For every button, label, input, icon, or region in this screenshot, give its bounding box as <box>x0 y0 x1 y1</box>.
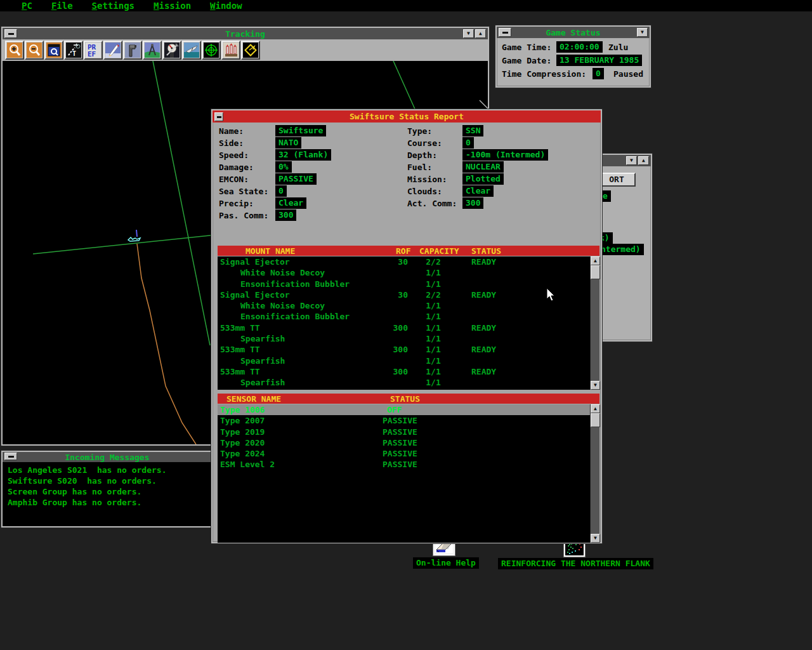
field-emcon-value: PASSIVE <box>275 173 317 185</box>
field-name-label: Name: <box>219 126 244 136</box>
sensor-list[interactable]: Type 1006OFF Type 2007PASSIVE Type 2019P… <box>218 404 599 543</box>
zoom-window-icon[interactable] <box>44 41 63 60</box>
messages-titlebar: Incoming Messages <box>3 452 212 462</box>
background-window-report-button[interactable]: ORT <box>598 173 636 187</box>
map-course-line-right <box>393 61 416 110</box>
mount-row[interactable]: Ensonification Bubbler1/1 <box>218 279 599 289</box>
map-course-line-vertical <box>153 61 210 345</box>
background-window-text-fragment-3: ntermed) <box>598 244 644 255</box>
mount-row[interactable]: Signal Ejector302/2READY <box>218 289 599 300</box>
zoom-in-icon[interactable] <box>5 41 24 60</box>
status-report-dialog: Swiftsure Status Report Name: Swiftsure … <box>211 109 602 543</box>
mount-row[interactable]: 533mm TT3001/1READY <box>218 366 599 377</box>
sensor-scrollbar[interactable]: ▲ ▼ <box>590 404 599 543</box>
message-line: Amphib Group has no orders. <box>3 497 212 508</box>
mount-row[interactable]: Ensonification Bubbler1/1 <box>218 311 599 322</box>
background-window-restore-down-button[interactable]: ▼ <box>626 156 637 165</box>
svg-text:EF: EF <box>88 50 96 58</box>
mount-row[interactable]: Spearfish1/1 <box>218 355 599 366</box>
messages-minimize-button[interactable] <box>4 453 17 460</box>
sensor-row-selected[interactable]: Type 1006OFF <box>218 404 599 415</box>
mount-scroll-up-icon[interactable]: ▲ <box>591 256 600 265</box>
mount-scroll-thumb[interactable] <box>591 265 600 279</box>
preferences-icon[interactable]: PREF <box>84 41 103 60</box>
svg-text:T: T <box>72 50 76 57</box>
menu-bar: PC File Settings Mission Window <box>0 0 812 11</box>
map-track-line <box>137 244 196 444</box>
field-seastate-value: 0 <box>275 185 287 197</box>
mount-status-header: STATUS <box>471 246 501 256</box>
sensor-row[interactable]: Type 2024PASSIVE <box>218 448 599 459</box>
menu-pc[interactable]: PC <box>22 1 32 11</box>
field-speed-value: 32 (Flank) <box>275 149 331 161</box>
online-help-label[interactable]: On-line Help <box>413 557 479 569</box>
field-seastate-label: Sea State: <box>219 187 268 196</box>
field-side-label: Side: <box>219 138 244 148</box>
zoom-out-icon[interactable] <box>25 41 44 60</box>
mount-scroll-down-icon[interactable]: ▼ <box>591 381 600 390</box>
mount-scrollbar[interactable]: ▲ ▼ <box>590 256 599 390</box>
range-marker-icon[interactable] <box>241 41 260 60</box>
menu-window[interactable]: Window <box>210 1 242 11</box>
scenario-label[interactable]: REINFORCING THE NORTHERN FLANK <box>498 558 653 569</box>
mouse-cursor <box>546 288 556 303</box>
sensor-row[interactable]: Type 2020PASSIVE <box>218 437 599 448</box>
message-line: Los Angeles S021 has no orders. <box>3 465 212 475</box>
field-emcon-label: EMCON: <box>219 175 249 184</box>
mount-row[interactable]: 533mm TT3001/1READY <box>218 322 599 333</box>
game-time-zone: Zulu <box>608 43 628 52</box>
mount-table-header: MOUNT NAME ROF CAPACITY STATUS <box>218 246 599 256</box>
mount-row[interactable]: Spearfish1/1 <box>218 333 599 344</box>
mount-row[interactable]: White Noise Decoy1/1 <box>218 300 599 311</box>
map-course-line-horizontal <box>33 235 216 254</box>
menu-mission[interactable]: Mission <box>154 1 191 11</box>
missile-launcher-icon[interactable] <box>221 41 240 60</box>
weapon-gauge-icon[interactable] <box>162 41 181 60</box>
field-type-value: SSN <box>462 125 483 136</box>
game-status-restore-button[interactable]: ▼ <box>637 28 648 37</box>
sensor-scroll-up-icon[interactable]: ▲ <box>591 404 600 413</box>
submarine-unit-icon[interactable] <box>128 230 140 241</box>
periscope-icon[interactable] <box>123 41 142 60</box>
background-window-maximize-button[interactable]: ▲ <box>638 156 649 165</box>
aircraft-icon[interactable] <box>182 41 201 60</box>
tracking-title: Tracking <box>225 29 265 39</box>
message-line: Screen Group has no orders. <box>3 486 212 497</box>
menu-file[interactable]: File <box>51 1 73 11</box>
menu-settings[interactable]: Settings <box>92 1 134 11</box>
sonar-rings-icon[interactable] <box>202 41 221 60</box>
game-date-label: Game Date: <box>502 56 551 65</box>
tracking-restore-down-button[interactable]: ▼ <box>463 29 474 38</box>
track-plan-icon[interactable]: T <box>64 41 83 60</box>
messages-body[interactable]: Los Angeles S021 has no orders. Swiftsur… <box>3 462 212 526</box>
sensor-row[interactable]: Type 2007PASSIVE <box>218 415 599 426</box>
tracking-minimize-button[interactable] <box>4 29 17 38</box>
mount-row[interactable]: Spearfish1/1 <box>218 377 599 388</box>
missile-launch-icon[interactable] <box>103 41 122 60</box>
field-course-value: 0 <box>462 137 474 149</box>
report-minimize-button[interactable] <box>214 112 223 121</box>
sensor-scroll-down-icon[interactable]: ▼ <box>591 534 600 543</box>
mount-list[interactable]: Signal Ejector302/2READY White Noise Dec… <box>218 256 599 390</box>
tracking-titlebar: Tracking ▼ ▲ <box>3 28 488 39</box>
sensor-row[interactable]: Type 2019PASSIVE <box>218 427 599 437</box>
message-line: Swiftsure S020 has no orders. <box>3 475 212 486</box>
sensor-scroll-thumb[interactable] <box>591 413 600 427</box>
tracking-maximize-button[interactable]: ▲ <box>475 29 486 38</box>
paused-indicator: Paused <box>613 69 643 79</box>
mount-capacity-header: CAPACITY <box>419 246 459 256</box>
mount-row[interactable]: Signal Ejector302/2READY <box>218 256 599 267</box>
mount-row[interactable]: White Noise Decoy1/1 <box>218 267 599 278</box>
field-damage-label: Damage: <box>219 162 254 172</box>
field-clouds-label: Clouds: <box>407 187 442 196</box>
mount-name-header: MOUNT NAME <box>246 246 295 256</box>
messages-title: Incoming Messages <box>65 453 149 462</box>
sensor-row[interactable]: ESM Level 2PASSIVE <box>218 459 599 470</box>
mount-rof-header: ROF <box>396 246 410 256</box>
field-speed-label: Speed: <box>219 150 249 160</box>
mount-row[interactable]: 533mm TT3001/1READY <box>218 344 599 355</box>
plot-course-icon[interactable] <box>143 41 162 60</box>
field-depth-value: -100m (Intermed) <box>462 149 548 161</box>
report-title: Swiftsure Status Report <box>350 112 464 121</box>
game-status-minimize-button[interactable] <box>499 28 511 37</box>
